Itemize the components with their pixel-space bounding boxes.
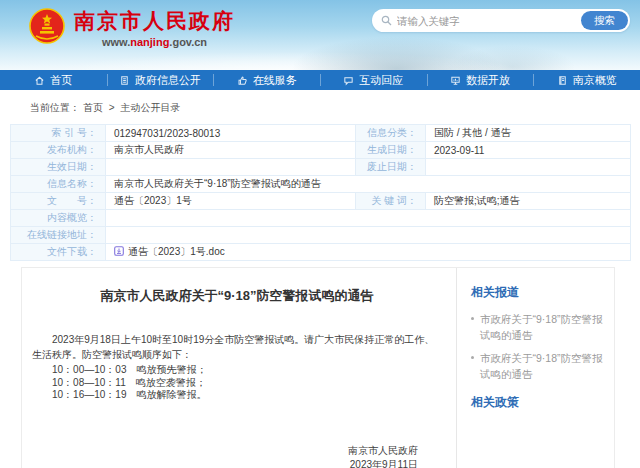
file-download-cell: 通告〔2023〕1号.doc (106, 244, 631, 261)
nav-item-overview[interactable]: 南京概览 (533, 70, 640, 90)
file-download-label: 文件下载： (11, 244, 106, 261)
brand-text: 南京市人民政府 www.nanjing.gov.cn (74, 6, 235, 48)
url-www: www. (102, 36, 130, 48)
nav-item-home[interactable]: 首页 (0, 70, 107, 90)
summary-value (106, 210, 631, 227)
article-signature: 南京市人民政府 2023年9月11日 (32, 444, 442, 468)
table-row: 内容概览： (11, 210, 631, 227)
related-report-link: 市政府关于“9·18”防空警报试鸣的通告 (480, 350, 604, 382)
keywords-label: 关 键 词： (356, 193, 426, 210)
keywords-value: 防空警报;试鸣;通告 (426, 193, 631, 210)
signature-date: 2023年9月11日 (32, 458, 418, 468)
breadcrumb-home-link[interactable]: 首页 (83, 102, 103, 113)
index-number-label: 索 引 号： (11, 125, 106, 142)
main-nav: 首页 政府信息公开 在线服务 互动回应 数据开放 南京概览 (0, 70, 640, 90)
document-meta-table: 索 引 号： 012947031/2023-80013 信息分类： 国防 / 其… (10, 124, 631, 261)
download-icon (114, 246, 124, 256)
related-reports-list: 市政府关于“9·18”防空警报试鸣的通告 市政府关于“9·18”防空警报试鸣的通… (471, 311, 604, 382)
breadcrumb-separator: > (109, 102, 115, 113)
nav-item-online-service[interactable]: 在线服务 (213, 70, 320, 90)
schedule-line: 10：00—10：03 鸣放预先警报； (32, 364, 442, 377)
table-row: 文 号： 通告〔2023〕1号 关 键 词： 防空警报;试鸣;通告 (11, 193, 631, 210)
search-input[interactable] (397, 15, 581, 27)
siren-schedule: 10：00—10：03 鸣放预先警报； 10：08—10：11 鸣放空袭警报； … (32, 364, 442, 402)
url-main: nanjing (130, 36, 169, 48)
bullet-icon (471, 317, 474, 320)
site-title: 南京市人民政府 (74, 9, 235, 33)
thumbs-up-icon (237, 75, 248, 86)
site-url: www.nanjing.gov.cn (74, 36, 235, 48)
expiry-date-label: 废止日期： (356, 159, 426, 176)
publisher-value: 南京市人民政府 (106, 142, 356, 159)
doc-number-value: 通告〔2023〕1号 (106, 193, 356, 210)
related-report-link: 市政府关于“9·18”防空警报试鸣的通告 (480, 311, 604, 343)
nav-item-label: 政府信息公开 (135, 73, 201, 88)
summary-label: 内容概览： (11, 210, 106, 227)
list-item[interactable]: 市政府关于“9·18”防空警报试鸣的通告 (471, 311, 604, 343)
national-emblem-logo (28, 6, 66, 48)
table-row: 索 引 号： 012947031/2023-80013 信息分类： 国防 / 其… (11, 125, 631, 142)
effective-date-value (106, 159, 356, 176)
table-row: 信息名称： 南京市人民政府关于“9·18”防空警报试鸣的通告 (11, 176, 631, 193)
category-label: 信息分类： (356, 125, 426, 142)
breadcrumb-current: 主动公开目录 (120, 102, 180, 113)
site-header: 南京市人民政府 www.nanjing.gov.cn 搜索 (0, 0, 640, 70)
breadcrumb-prefix: 当前位置： (30, 102, 80, 113)
speech-bubble-icon (343, 75, 354, 86)
expiry-date-value (426, 159, 631, 176)
bullet-icon (471, 356, 474, 359)
created-date-label: 生成日期： (356, 142, 426, 159)
nav-item-label: 数据开放 (466, 73, 510, 88)
url-suffix: .gov.cn (169, 36, 207, 48)
search-bar: 搜索 (372, 9, 630, 32)
doc-number-label: 文 号： (11, 193, 106, 210)
nav-item-label: 互动回应 (359, 73, 403, 88)
created-date-value: 2023-09-11 (426, 142, 631, 159)
index-number-value: 012947031/2023-80013 (106, 125, 356, 142)
schedule-line: 10：16—10：19 鸣放解除警报。 (32, 389, 442, 402)
table-row: 发布机构： 南京市人民政府 生成日期： 2023-09-11 (11, 142, 631, 159)
online-link-label: 在线链接地址： (11, 227, 106, 244)
related-policy-title[interactable]: 相关政策 (471, 394, 604, 411)
related-sidebar: 相关报道 市政府关于“9·18”防空警报试鸣的通告 市政府关于“9·18”防空警… (457, 268, 614, 468)
category-value: 国防 / 其他 / 通告 (426, 125, 631, 142)
table-row: 在线链接地址： (11, 227, 631, 244)
nav-item-data-open[interactable]: 数据开放 (427, 70, 534, 90)
breadcrumb: 当前位置：首页 > 主动公开目录 (0, 90, 640, 122)
home-icon (34, 75, 45, 86)
search-button[interactable]: 搜索 (581, 11, 628, 30)
nav-item-gov-info[interactable]: 政府信息公开 (107, 70, 214, 90)
info-name-label: 信息名称： (11, 176, 106, 193)
related-reports-title[interactable]: 相关报道 (471, 284, 604, 301)
nav-item-interaction[interactable]: 互动回应 (320, 70, 427, 90)
publisher-label: 发布机构： (11, 142, 106, 159)
book-icon (557, 75, 568, 86)
nav-item-label: 南京概览 (573, 73, 617, 88)
article-body: 2023年9月18日上午10时至10时19分全市防空警报试鸣。请广大市民保持正常… (32, 332, 442, 402)
download-file-link[interactable]: 通告〔2023〕1号.doc (128, 246, 225, 257)
search-icon (381, 15, 392, 26)
monitor-icon (450, 75, 461, 86)
table-row: 文件下载： 通告〔2023〕1号.doc (11, 244, 631, 261)
online-link-value (106, 227, 631, 244)
document-icon (119, 75, 130, 86)
article-paragraph: 2023年9月18日上午10时至10时19分全市防空警报试鸣。请广大市民保持正常… (32, 332, 442, 362)
effective-date-label: 生效日期： (11, 159, 106, 176)
site-brand[interactable]: 南京市人民政府 www.nanjing.gov.cn (28, 6, 235, 48)
signature-org: 南京市人民政府 (32, 444, 418, 458)
article: 南京市人民政府关于“9·18”防空警报试鸣的通告 2023年9月18日上午10时… (22, 268, 457, 468)
list-item[interactable]: 市政府关于“9·18”防空警报试鸣的通告 (471, 350, 604, 382)
schedule-line: 10：08—10：11 鸣放空袭警报； (32, 377, 442, 390)
nav-item-label: 在线服务 (253, 73, 297, 88)
article-title: 南京市人民政府关于“9·18”防空警报试鸣的通告 (32, 287, 442, 305)
table-row: 生效日期： 废止日期： (11, 159, 631, 176)
content-panel: 南京市人民政府关于“9·18”防空警报试鸣的通告 2023年9月18日上午10时… (21, 267, 615, 468)
info-name-value: 南京市人民政府关于“9·18”防空警报试鸣的通告 (106, 176, 631, 193)
nav-item-label: 首页 (50, 73, 72, 88)
